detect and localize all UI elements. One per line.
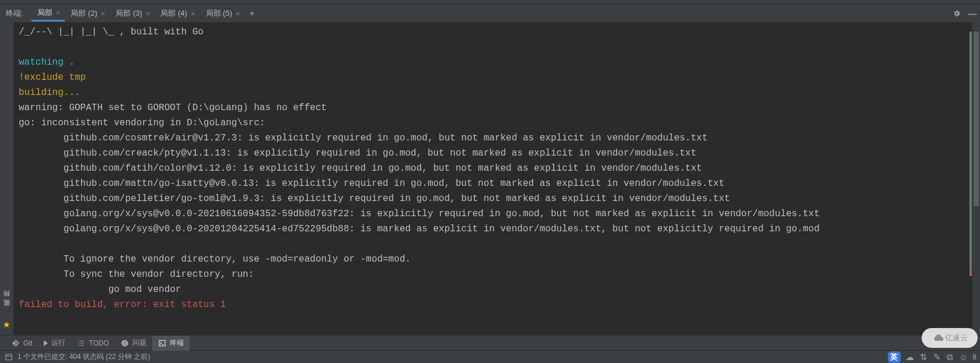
git-label: Git [23,339,32,347]
tab-label: 局部 (4) [160,8,187,19]
scrollbar[interactable] [972,22,980,335]
status-message: 1 个文件已提交: 404 状态码 (22 分钟 之前) [18,352,150,362]
sync-icon[interactable]: ⇅ [919,352,929,362]
terminal-tab-3[interactable]: 局部 (3)× [110,5,155,22]
terminal-label: 终端 [170,338,184,348]
terminal-line: /_/--\ |_| |_| \_ , built with Go [19,27,204,37]
terminal-line: golang.org/x/sys@v0.0.0-20201204225414-e… [19,224,820,234]
emoji-icon[interactable]: ☺ [958,352,969,362]
play-icon [44,340,48,346]
svg-rect-0 [6,354,12,360]
editor-trim [0,0,980,5]
minimize-icon[interactable]: — [964,9,980,19]
tab-label: 局部 [37,8,52,18]
line-col: 8 [972,353,977,361]
close-icon[interactable]: × [191,10,195,17]
window-icon[interactable] [4,353,14,361]
git-toolwindow[interactable]: Git [6,336,38,351]
terminal-line: !exclude tmp [19,72,86,83]
terminal-output[interactable]: /_/--\ |_| |_| \_ , built with Go watchi… [14,22,980,335]
watermark: 亿速云 [922,328,978,348]
terminal-line: To ignore the vendor directory, use -mod… [19,254,411,265]
panel-title: 终端: [6,8,23,19]
terminal-line: To sync the vendor directory, run: [19,269,254,280]
terminal-line: building... [19,87,80,98]
terminal-tab-4[interactable]: 局部 (4)× [155,5,200,22]
terminal-view[interactable]: /_/--\ |_| |_| \_ , built with Go watchi… [14,22,980,335]
close-icon[interactable]: × [146,10,150,17]
terminal-line: github.com/pelletier/go-toml@v1.9.3: is … [19,193,730,204]
tab-label: 局部 (2) [71,8,97,19]
terminal-toolwindow[interactable]: 终端 [152,336,190,351]
close-icon[interactable]: × [101,10,106,17]
gear-icon[interactable] [949,9,964,17]
structure-toolwindow[interactable]: 结构 [2,301,11,302]
problems-label: 问题 [132,338,146,348]
todo-toolwindow[interactable]: TODO [71,336,114,351]
add-tab-button[interactable]: + [245,8,260,19]
terminal-line: go mod vendor [19,284,181,295]
terminal-tab-2[interactable]: 局部 (2)× [65,5,110,22]
tab-label: 局部 (3) [116,8,142,19]
run-toolwindow[interactable]: 运行 [38,336,71,351]
todo-label: TODO [89,339,108,347]
terminal-line: warning: GOPATH set to GOROOT (D:\goLang… [19,103,327,113]
error-stripe[interactable] [970,31,972,276]
run-label: 运行 [51,338,65,348]
cloud-icon[interactable]: ☁ [904,352,915,362]
tab-label: 局部 (5) [206,8,233,19]
terminal-tab-1[interactable]: 局部× [32,5,65,22]
terminal-tabbar: 终端: 局部×局部 (2)×局部 (3)×局部 (4)×局部 (5)× + — [0,5,980,22]
terminal-line: failed to build, error: exit status 1 [19,299,226,310]
terminal-line: github.com/mattn/go-isatty@v0.0.13: is e… [19,178,724,189]
bottom-toolbar: Git 运行 TODO 问题 终端 [0,335,980,350]
status-bar: 1 个文件已提交: 404 状态码 (22 分钟 之前) 英 ☁ ⇅ ✎ ⧉ ☺… [0,350,980,363]
terminal-line: github.com/cosmtrek/air@v1.27.3: is expl… [19,133,708,143]
close-icon[interactable]: × [56,9,61,16]
favorites-toolwindow[interactable]: 收藏 [2,311,11,312]
ime-badge[interactable]: 英 [888,351,901,363]
terminal-line: watching . [19,57,75,68]
problems-toolwindow[interactable]: 问题 [115,336,152,351]
terminal-line: golang.org/x/sys@v0.0.0-20210616094352-5… [19,209,820,219]
terminal-line: github.com/fatih/color@v1.12.0: is expli… [19,163,702,174]
bell-icon[interactable]: ⧉ [946,352,954,362]
close-icon[interactable]: × [236,10,240,17]
star-icon[interactable]: ★ [3,320,10,329]
terminal-line: github.com/creack/pty@v1.1.13: is explic… [19,148,696,158]
edit-icon[interactable]: ✎ [932,352,942,362]
terminal-line: go: inconsistent vendoring in D:\goLang\… [19,118,265,128]
watermark-text: 亿速云 [945,333,968,343]
left-tool-gutter: 结构 收藏 ★ [0,22,14,335]
terminal-tab-5[interactable]: 局部 (5)× [200,5,245,22]
